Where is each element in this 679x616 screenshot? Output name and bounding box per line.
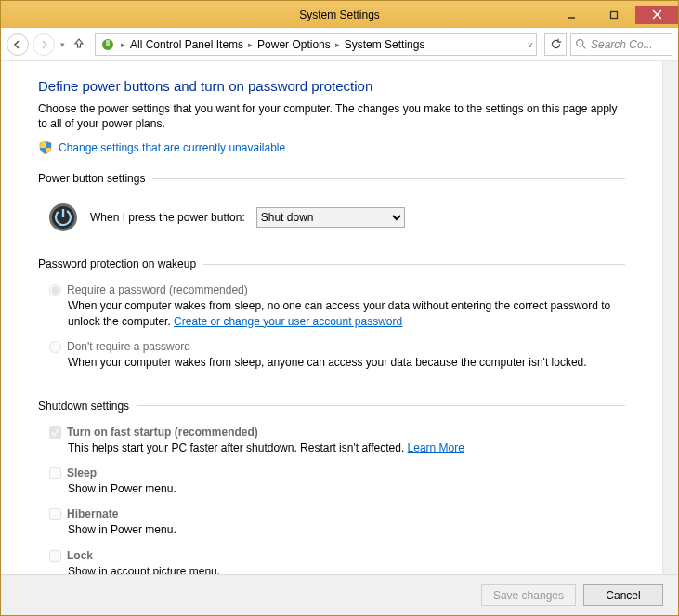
change-settings-row: Change settings that are currently unava… bbox=[38, 140, 625, 155]
lock-checkbox[interactable] bbox=[49, 550, 61, 562]
password-protection-header: Password protection on wakeup bbox=[38, 257, 625, 270]
power-button-settings-header: Power button settings bbox=[38, 172, 625, 185]
learn-more-link[interactable]: Learn More bbox=[408, 441, 464, 454]
window-title: System Settings bbox=[299, 8, 380, 21]
hibernate-option: Hibernate Show in Power menu. bbox=[38, 505, 625, 546]
fast-startup-desc: This helps start your PC faster after sh… bbox=[49, 439, 625, 455]
recent-locations-dropdown[interactable]: ▾ bbox=[59, 40, 67, 49]
fast-startup-label: Turn on fast startup (recommended) bbox=[67, 426, 258, 439]
power-icon bbox=[47, 202, 79, 233]
breadcrumb-history-dropdown[interactable]: v bbox=[529, 40, 533, 49]
sleep-checkbox[interactable] bbox=[49, 467, 61, 479]
window-frame: System Settings ▾ bbox=[0, 0, 679, 616]
fast-startup-option: Turn on fast startup (recommended) This … bbox=[38, 424, 625, 465]
button-bar: Save changes Cancel bbox=[1, 574, 678, 615]
power-button-action-select[interactable]: Shut down bbox=[256, 207, 405, 228]
forward-button[interactable] bbox=[33, 33, 55, 56]
lock-option: Lock Show in account picture menu. bbox=[38, 547, 625, 575]
maximize-button[interactable] bbox=[593, 6, 635, 24]
hibernate-label: Hibernate bbox=[67, 507, 118, 520]
sleep-desc: Show in Power menu. bbox=[49, 479, 625, 496]
breadcrumb-item[interactable]: All Control Panel Items bbox=[130, 38, 243, 51]
hibernate-checkbox[interactable] bbox=[49, 508, 61, 520]
svg-point-6 bbox=[577, 40, 583, 46]
breadcrumb-item[interactable]: System Settings bbox=[345, 38, 425, 51]
up-button[interactable] bbox=[71, 36, 87, 52]
page-description: Choose the power settings that you want … bbox=[38, 101, 625, 131]
cancel-button[interactable]: Cancel bbox=[583, 584, 663, 606]
search-placeholder: Search Co... bbox=[591, 38, 653, 51]
shutdown-settings-header: Shutdown settings bbox=[38, 400, 625, 413]
control-panel-icon bbox=[99, 36, 116, 53]
window-controls bbox=[550, 6, 678, 24]
dont-require-password-label: Don't require a password bbox=[67, 340, 190, 353]
require-password-label: Require a password (recommended) bbox=[67, 283, 248, 296]
save-changes-button[interactable]: Save changes bbox=[481, 584, 576, 606]
navbar: ▾ ▸ All Control Panel Items ▸ Power Opti… bbox=[1, 28, 678, 61]
require-password-option: Require a password (recommended) When yo… bbox=[38, 282, 625, 337]
sleep-option: Sleep Show in Power menu. bbox=[38, 465, 625, 505]
search-input[interactable]: Search Co... bbox=[570, 33, 672, 56]
create-change-password-link[interactable]: Create or change your user account passw… bbox=[174, 315, 402, 328]
chevron-right-icon: ▸ bbox=[333, 40, 343, 49]
change-settings-link[interactable]: Change settings that are currently unava… bbox=[59, 141, 285, 154]
shield-icon bbox=[38, 140, 53, 155]
dont-require-password-desc: When your computer wakes from sleep, any… bbox=[49, 353, 625, 370]
content-area: Define power buttons and turn on passwor… bbox=[1, 61, 678, 574]
require-password-radio[interactable] bbox=[49, 284, 61, 296]
close-button[interactable] bbox=[635, 6, 678, 24]
svg-rect-5 bbox=[106, 40, 110, 46]
breadcrumb-item[interactable]: Power Options bbox=[257, 38, 331, 51]
sleep-label: Sleep bbox=[67, 466, 97, 479]
dont-require-password-option: Don't require a password When your compu… bbox=[38, 338, 625, 379]
scrollbar[interactable] bbox=[662, 61, 678, 574]
power-button-row: When I press the power button: Shut down bbox=[38, 196, 625, 250]
search-icon bbox=[575, 38, 587, 50]
chevron-right-icon: ▸ bbox=[245, 40, 255, 49]
require-password-desc: When your computer wakes from sleep, no … bbox=[49, 296, 625, 328]
svg-rect-1 bbox=[611, 11, 618, 18]
refresh-button[interactable] bbox=[544, 33, 567, 56]
back-button[interactable] bbox=[7, 33, 29, 56]
content-scroll[interactable]: Define power buttons and turn on passwor… bbox=[1, 61, 662, 574]
lock-label: Lock bbox=[67, 549, 93, 562]
hibernate-desc: Show in Power menu. bbox=[49, 520, 625, 537]
lock-desc: Show in account picture menu. bbox=[49, 562, 625, 575]
titlebar: System Settings bbox=[1, 1, 678, 28]
dont-require-password-radio[interactable] bbox=[49, 341, 61, 353]
chevron-right-icon: ▸ bbox=[118, 40, 128, 49]
power-button-label: When I press the power button: bbox=[90, 211, 245, 224]
page-title: Define power buttons and turn on passwor… bbox=[38, 78, 625, 94]
fast-startup-checkbox[interactable] bbox=[49, 426, 61, 439]
breadcrumb[interactable]: ▸ All Control Panel Items ▸ Power Option… bbox=[95, 33, 537, 56]
svg-line-7 bbox=[582, 46, 585, 48]
minimize-button[interactable] bbox=[550, 6, 593, 24]
